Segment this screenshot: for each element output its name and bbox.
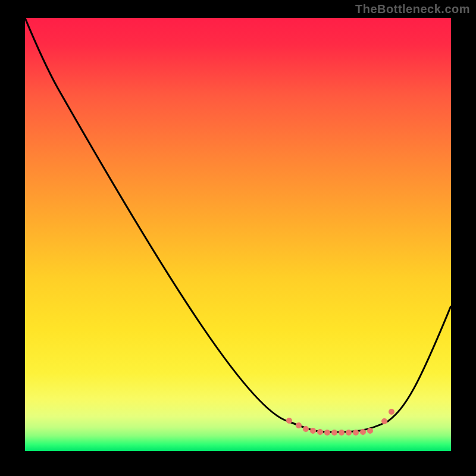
curve-marker: [360, 429, 366, 435]
curve-marker: [331, 430, 337, 436]
curve-marker: [389, 409, 394, 415]
plot-area: [25, 18, 451, 451]
curve-marker: [381, 418, 387, 424]
curve-marker: [339, 430, 345, 436]
curve-marker: [367, 428, 373, 434]
curve-marker: [303, 426, 309, 432]
curve-marker: [296, 422, 302, 428]
curve-marker: [353, 430, 359, 436]
plot-svg: [25, 18, 451, 451]
curve-marker: [310, 428, 316, 434]
watermark-text: TheBottleneck.com: [355, 2, 470, 16]
curve-marker: [317, 429, 323, 435]
curve-marker: [286, 418, 292, 424]
curve-marker: [324, 430, 330, 436]
gradient-background: [25, 18, 451, 451]
curve-marker: [346, 430, 352, 436]
chart-frame: TheBottleneck.com: [0, 0, 476, 476]
